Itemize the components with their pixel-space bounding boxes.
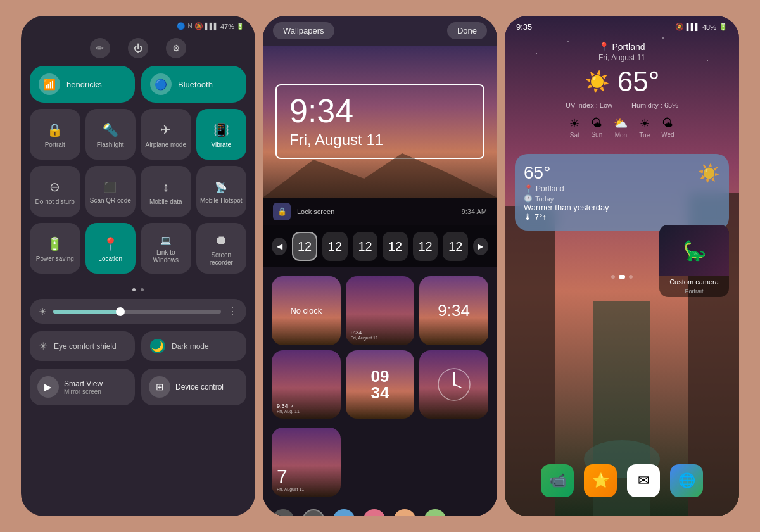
dot-3 — [629, 275, 633, 279]
qr-tile[interactable]: ⬛ Scan QR code — [86, 166, 136, 217]
weather-widget: 📍 Portland Fri, August 11 ☀️ 65° UV inde… — [505, 35, 739, 148]
bluetooth-tile[interactable]: 🔵 Bluetooth — [141, 66, 246, 103]
card-change: 🌡 7°↑ — [524, 212, 609, 222]
brightness-bar[interactable] — [53, 310, 221, 314]
weather-card: 65° 📍 Portland 🕐 Today Warmer than yeste… — [515, 154, 729, 231]
phone-quick-settings: 🔵 N 🔕 ▌▌▌ 47% 🔋 ✏ ⏻ ⚙ 📶 hendricks 🔵 Blue… — [21, 16, 255, 516]
blue-dot[interactable] — [332, 509, 355, 516]
digital-small-date-label: Fri, August 11 — [351, 336, 378, 340]
smartview-label: Smart View — [64, 379, 103, 388]
num-item-3[interactable]: 12 — [383, 232, 408, 261]
favorites-icon[interactable]: ⭐ — [584, 464, 617, 497]
lockscreen-time: 9:34 AM — [462, 208, 487, 215]
hotspot-tile[interactable]: 📡 Mobile Hotspot — [196, 166, 247, 217]
digital-large-time: 9:34 — [438, 301, 470, 320]
darkmode-icon: 🌙 — [150, 339, 165, 353]
num-item-1[interactable]: 12 — [322, 232, 348, 261]
clock-grid-row2: 7 Fri, August 11 — [263, 428, 497, 503]
hotspot-label: Mobile Hotspot — [200, 197, 243, 205]
dnd-tile[interactable]: ⊖ Do not disturb — [30, 166, 80, 217]
font-a-button[interactable]: A — [272, 509, 294, 516]
vibrate-tile[interactable]: 📳 Vibrate — [196, 109, 247, 160]
mini-card[interactable]: 🦕 Custom camera Portrait — [659, 225, 729, 297]
gmail-icon[interactable]: ✉ — [627, 464, 660, 497]
battery-text: 47% — [220, 23, 234, 30]
num-item-5[interactable]: 12 — [443, 232, 468, 261]
analog-option[interactable] — [419, 350, 488, 419]
uv-label: UV index : Low — [566, 101, 612, 109]
portrait-label: Portrait — [45, 141, 65, 149]
digital-check-time: 9:34 ✓ — [277, 403, 294, 409]
num-item-2[interactable]: 12 — [353, 232, 378, 261]
portrait-tile[interactable]: 🔒 Portrait — [30, 109, 80, 160]
brightness-thumb[interactable] — [116, 307, 125, 316]
clock-picker-header: Wallpapers Done — [263, 16, 497, 46]
devicecontrol-button[interactable]: ⊞ Device control — [141, 369, 246, 405]
noclock-option[interactable]: No clock — [272, 276, 341, 345]
dnd-label: Do not disturb — [35, 198, 75, 206]
digital-large-option[interactable]: 9:34 — [419, 276, 488, 345]
time-display: 9:35 — [516, 22, 532, 32]
sun-icon: 🌤 — [591, 117, 602, 130]
more-icon[interactable]: ⋮ — [227, 305, 238, 317]
darkmode-toggle[interactable]: 🌙 Dark mode — [141, 331, 246, 361]
dot-2 — [141, 288, 144, 291]
meet-icon[interactable]: 📹 — [541, 464, 574, 497]
num-item-4[interactable]: 12 — [413, 232, 438, 261]
mobiledata-tile[interactable]: ↕ Mobile data — [141, 166, 191, 217]
minimal-date: Fri, August 11 — [277, 487, 304, 491]
digital-check-option[interactable]: 9:34 ✓ Fri, Aug. 11 — [272, 350, 341, 419]
card-location: 📍 Portland — [524, 184, 609, 193]
preview-date: Fri, August 11 — [289, 131, 471, 149]
minimal-option[interactable]: 7 Fri, August 11 — [272, 428, 341, 497]
dot-2 — [619, 275, 625, 279]
link-tile[interactable]: 💻 Link to Windows — [141, 223, 191, 274]
forecast-sun: 🌤 Sun — [591, 117, 602, 139]
lockscreen-bar: 🔒 Lock screen 9:34 AM — [263, 198, 497, 225]
scroll-right-button[interactable]: ▶ — [473, 238, 488, 255]
smartview-button[interactable]: ▶ Smart View Mirror screen — [30, 369, 135, 405]
svg-point-5 — [453, 383, 455, 386]
phone-clock-picker: Wallpapers Done 9:34 Fri, August 11 🔒 Lo… — [263, 16, 497, 516]
done-button[interactable]: Done — [447, 22, 487, 39]
uv-humidity-row: UV index : Low Humidity : 65% — [517, 101, 726, 109]
chrome-icon[interactable]: 🌐 — [670, 464, 703, 497]
status-bar: 🔵 N 🔕 ▌▌▌ 47% 🔋 — [21, 16, 255, 33]
wallpapers-button[interactable]: Wallpapers — [273, 22, 334, 39]
airplane-tile[interactable]: ✈ Airplane mode — [141, 109, 191, 160]
settings-button[interactable]: ⚙ — [166, 38, 186, 58]
digital-small-option[interactable]: 9:34 Fri, August 11 — [346, 276, 415, 345]
power-button[interactable]: ⏻ — [128, 38, 148, 58]
peach-dot[interactable] — [393, 509, 416, 516]
devicecontrol-text: Device control — [175, 383, 224, 391]
screenrecorder-icon: ⏺ — [215, 233, 227, 248]
green-dot[interactable] — [424, 509, 446, 516]
powersaving-label: Power saving — [36, 255, 74, 263]
num-item-0[interactable]: 12 — [292, 232, 317, 261]
edit-button[interactable]: ✏ — [90, 38, 110, 58]
hotspot-icon: 📡 — [215, 181, 227, 193]
grid-row-2: ⊖ Do not disturb ⬛ Scan QR code ↕ Mobile… — [21, 166, 255, 223]
wifi-tile[interactable]: 📶 hendricks — [30, 66, 135, 103]
card-pin-icon: 📍 — [524, 184, 533, 193]
bluetooth-label: Bluetooth — [178, 80, 213, 89]
weather-date: Fri, August 11 — [517, 53, 726, 62]
digital-split-option[interactable]: 09 34 — [346, 350, 415, 419]
wed-icon: 🌤 — [662, 117, 673, 130]
tue-icon: ☀ — [640, 117, 650, 130]
battery-icon: 🔋 — [236, 23, 244, 30]
pink-dot[interactable] — [363, 509, 386, 516]
check-button[interactable]: ✓ — [302, 509, 325, 516]
scroll-left-button[interactable]: ◀ — [272, 238, 287, 255]
screenrecorder-tile[interactable]: ⏺ Screen recorder — [196, 223, 247, 274]
location-tile[interactable]: 📍 Location — [86, 223, 136, 274]
flashlight-tile[interactable]: 🔦 Flashlight — [86, 109, 136, 160]
number-scroll-row: ◀ 12 12 12 12 12 12 ▶ — [263, 225, 497, 267]
dot-1 — [132, 288, 136, 291]
eyecomfort-toggle[interactable]: ☀ Eye comfort shield — [30, 331, 135, 361]
devicecontrol-icon: ⊞ — [149, 376, 170, 398]
powersaving-tile[interactable]: 🔋 Power saving — [30, 223, 80, 274]
mon-icon: ⛅ — [614, 117, 628, 130]
forecast-sat: ☀ Sat — [569, 117, 580, 139]
dot-1 — [611, 275, 615, 279]
